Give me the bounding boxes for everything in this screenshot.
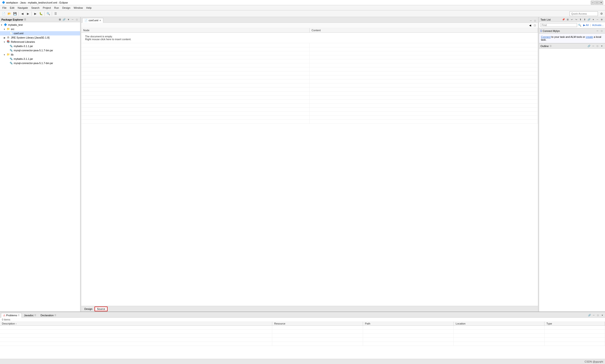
maximize-button[interactable]: □ <box>595 1 599 4</box>
bottom-tab-declaration-label: Declaration <box>40 314 54 317</box>
bottom-panel-btn1[interactable]: 🔗 <box>588 313 591 317</box>
maximize-panel-btn[interactable]: □ <box>75 18 79 22</box>
mylyn-minimize-btn[interactable]: ─ <box>595 29 599 33</box>
task-all-label[interactable]: ▶ All <box>583 24 589 27</box>
task-list-btn4[interactable]: ⬆ <box>579 18 582 22</box>
problems-col-type[interactable]: Type <box>544 322 605 326</box>
bottom-tab-design[interactable]: Design <box>82 307 94 311</box>
tree-label-ref-libs: Referenced Libraries <box>11 40 35 43</box>
collapse-all-btn[interactable]: ⊟ <box>58 18 62 22</box>
tree-item-mybatis-jar1[interactable]: ▶ 🔩 mybatis-3.1.1.jar <box>0 44 80 48</box>
task-find-input[interactable] <box>541 23 577 27</box>
tree-item-jre[interactable]: ▶ ☕ JRE System Library [JavaSE-1.8] <box>0 36 80 40</box>
tree-item-ref-libs[interactable]: ▾ 📚 Referenced Libraries <box>0 40 80 44</box>
bottom-panel-tabs: ⚠ Problems ☰ Javadoc ☰ Declaration ☰ 🔗 ─… <box>0 312 605 318</box>
tree-item-conf-xml[interactable]: ▶ 📄 conf.xml <box>0 31 80 36</box>
outline-menu-btn[interactable]: ▾ <box>600 44 604 48</box>
project-icon: 🔷 <box>4 23 8 26</box>
task-list-pin-btn[interactable]: 📌 <box>562 18 565 22</box>
tree-label-lib: lib <box>11 53 13 56</box>
editor-toolbar-btn1[interactable]: ◀ <box>528 23 532 27</box>
menu-help[interactable]: Help <box>85 6 93 10</box>
task-list-expand-btn[interactable]: ⊕ <box>600 18 604 22</box>
toolbar-debug[interactable]: 🐛 <box>38 11 43 16</box>
editor-minimize-btn[interactable]: ─ <box>529 19 533 23</box>
bottom-tab-source[interactable]: Source <box>94 307 107 311</box>
menu-design[interactable]: Design <box>61 6 72 10</box>
problems-icon: ⚠ <box>3 314 5 317</box>
tree-item-mybatis-jar2[interactable]: ▶ 🔩 mybatis-3.1.1.jar <box>0 57 80 61</box>
task-activate-label[interactable]: Activate... <box>592 24 604 26</box>
toolbar-open[interactable]: 📂 <box>7 11 12 16</box>
tree-item-mybatis-test[interactable]: ▾ 🔷 mybatis_test <box>0 23 80 27</box>
tree-item-mysql-jar1[interactable]: ▶ 🔩 mysql-connector-java-5.1.7-bin.jar <box>0 48 80 52</box>
bottom-panel-btn3[interactable]: □ <box>596 313 600 317</box>
tree-item-lib[interactable]: ▾ 📁 lib <box>0 52 80 57</box>
bottom-panel-btn2[interactable]: ─ <box>592 313 595 317</box>
toolbar-forward[interactable]: ▶ <box>25 11 30 16</box>
editor-maximize-btn[interactable]: □ <box>533 19 537 23</box>
task-list-btn3[interactable]: ↪ <box>574 18 578 22</box>
toolbar-back[interactable]: ◀ <box>20 11 25 16</box>
bottom-tab-declaration[interactable]: Declaration ☰ <box>38 313 58 317</box>
menu-project[interactable]: Project <box>41 6 52 10</box>
problems-empty-row-3 <box>0 334 605 338</box>
toolbar-menu[interactable]: ⚙ <box>599 11 604 16</box>
create-link[interactable]: create <box>586 36 593 38</box>
tab-close-conf-xml[interactable]: ✕ <box>99 19 101 22</box>
menu-run[interactable]: Run <box>53 6 60 10</box>
menu-navigate[interactable]: Navigate <box>16 6 29 10</box>
task-list-btn1[interactable]: ⊞ <box>566 18 569 22</box>
problems-col-path[interactable]: Path <box>363 322 454 326</box>
toolbar-save[interactable]: 💾 <box>12 11 17 16</box>
bottom-tab-javadoc[interactable]: Javadoc ☰ <box>22 313 38 317</box>
task-list-btn6[interactable]: 🔗 <box>587 18 591 22</box>
close-button[interactable]: ✕ <box>599 1 603 4</box>
toolbar-run[interactable]: ▶ <box>33 11 38 16</box>
toolbar-new[interactable]: 📄 <box>1 11 6 16</box>
task-list-btn5[interactable]: ⬇ <box>583 18 587 22</box>
view-menu-btn[interactable]: ▾ <box>66 18 70 22</box>
task-list-minimize-btn[interactable]: ─ <box>595 18 599 22</box>
table-row-18 <box>81 112 538 116</box>
outline-btn1[interactable]: 🔗 <box>587 44 591 48</box>
mylyn-maximize-btn[interactable]: □ <box>600 29 604 33</box>
editor-toolbar-btn2[interactable]: □ <box>533 23 537 27</box>
bottom-panel-menu-btn[interactable]: ▾ <box>600 313 604 317</box>
package-explorer-header: Package Explorer ☰ ⊟ 🔗 ▾ ─ □ <box>0 17 80 22</box>
editor-content[interactable]: Node Content The document is empty. Righ… <box>81 28 538 306</box>
link-editor-btn[interactable]: 🔗 <box>62 18 66 22</box>
tree-arrow-mybatis-test: ▾ <box>1 24 4 26</box>
menu-window[interactable]: Window <box>72 6 84 10</box>
editor-tab-conf-xml[interactable]: 📄 conf.xml ✕ <box>82 18 103 23</box>
menu-search[interactable]: Search <box>30 6 41 10</box>
outline-btn2[interactable]: ─ <box>591 44 595 48</box>
folder-icon-lib: 📁 <box>7 53 10 56</box>
window-title: workplace - Java - mybatis_test/src/conf… <box>6 1 68 4</box>
problems-col-location[interactable]: Location <box>454 322 544 326</box>
minimize-button[interactable]: ─ <box>591 1 595 4</box>
menu-bar: File Edit Navigate Search Project Run De… <box>0 5 605 10</box>
editor-area: 📄 conf.xml ✕ ─ □ ◀ □ <box>81 17 538 312</box>
table-row-empty: The document is empty. Right mouse click… <box>81 33 538 43</box>
toolbar-search[interactable]: 🔍 <box>46 11 51 16</box>
mylyn-panel-header: ℹ Connect Mylyn ─ □ <box>539 28 605 34</box>
tab-icon-xml: 📄 <box>84 19 88 22</box>
problems-col-resource[interactable]: Resource <box>272 322 363 326</box>
menu-file[interactable]: File <box>1 6 8 10</box>
table-row-2 <box>81 47 538 51</box>
minimize-panel-btn[interactable]: ─ <box>71 18 75 22</box>
task-list-btn2[interactable]: ↩ <box>570 18 574 22</box>
empty-message[interactable]: The document is empty. Right mouse click… <box>81 33 538 43</box>
tree-item-mysql-jar2[interactable]: ▶ 🔩 mysql-connector-java-5.1.7-bin.jar <box>0 61 80 65</box>
problems-col-description[interactable]: Description ↑ <box>0 322 272 326</box>
editor-bottom-tabs: Design Source <box>81 306 538 312</box>
toolbar-perspective[interactable]: ☰ <box>53 11 58 16</box>
bottom-tab-problems[interactable]: ⚠ Problems ☰ <box>1 313 22 318</box>
outline-btn3[interactable]: □ <box>595 44 599 48</box>
task-list-menu-btn[interactable]: ▾ <box>591 18 595 22</box>
quick-access-input[interactable] <box>569 11 598 16</box>
tree-item-src[interactable]: ▾ 📁 src <box>0 27 80 31</box>
connect-link[interactable]: Connect <box>541 36 551 38</box>
menu-edit[interactable]: Edit <box>9 6 16 10</box>
